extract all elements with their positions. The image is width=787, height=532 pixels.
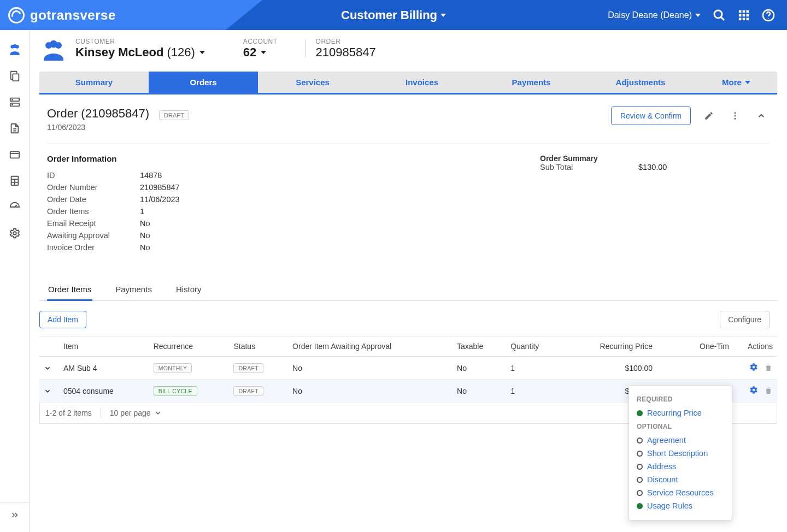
col-item[interactable]: Item [59,336,149,357]
divider [101,408,101,418]
col-quantity[interactable]: Quantity [506,336,563,357]
subtab-payments[interactable]: Payments [114,279,153,300]
order-summary-heading: Order Summary [540,154,770,163]
svg-rect-8 [739,17,742,20]
order-info-row: Order Information ID14878 Order Number21… [39,144,777,252]
breadcrumb-order: ORDER 210985847 [305,38,387,60]
cell-qty: 1 [506,380,563,403]
expand-row-icon[interactable] [39,357,59,380]
status-dot-filled-icon [637,503,643,509]
row-settings-icon[interactable] [749,385,759,395]
svg-rect-23 [10,152,19,158]
col-await[interactable]: Order Item Awaiting Approval [288,336,453,357]
popover-label: Discount [647,475,678,484]
info-value: 11/06/2023 [140,195,540,204]
caret-down-icon [745,81,750,84]
svg-rect-3 [743,10,745,13]
sidebar-item-copy[interactable] [4,64,26,88]
popover-item-service-resources[interactable]: Service Resources [637,486,724,499]
expand-row-icon[interactable] [39,380,59,403]
svg-point-38 [753,389,755,392]
per-page-label: 10 per page [110,409,151,417]
col-onetime[interactable]: One-Tim [657,336,733,357]
tab-more[interactable]: More [695,72,777,93]
sidebar-item-dashboard[interactable] [4,195,26,219]
tab-summary[interactable]: Summary [39,72,149,93]
collapse-icon[interactable] [753,108,770,124]
breadcrumb-customer[interactable]: CUSTOMER Kinsey McLeod (126) [39,38,216,64]
popover-item-recurring-price[interactable]: Recurring Price [637,406,724,419]
popover-optional-heading: OPTIONAL [637,423,724,430]
table-row: AM Sub 4 MONTHLY DRAFT No No 1 $100.00 [39,357,777,380]
add-item-button[interactable]: Add Item [39,311,86,328]
cell-recurring: $100.00 [563,357,657,380]
apps-grid-icon[interactable] [738,9,750,21]
sidebar-item-settings[interactable] [4,221,26,245]
status-dot-empty-icon [637,477,643,483]
tab-services[interactable]: Services [258,72,367,93]
order-title: Order (210985847) [47,107,149,120]
row-delete-icon[interactable] [764,363,773,372]
sidebar-collapse-toggle[interactable] [0,503,29,527]
subtab-order-items[interactable]: Order Items [47,279,92,301]
customer-id: (126) [167,45,195,60]
help-icon[interactable] [762,9,775,22]
per-page-selector[interactable]: 10 per page [110,409,162,417]
col-taxable[interactable]: Taxable [453,336,506,357]
popover-item-discount[interactable]: Discount [637,473,724,486]
popover-item-short-description[interactable]: Short Description [637,447,724,460]
edit-icon[interactable] [701,108,717,124]
tab-orders[interactable]: Orders [149,72,258,93]
customer-label: CUSTOMER [75,38,205,45]
sidebar-item-card[interactable] [4,143,26,167]
subtotal-value: $130.00 [638,163,770,172]
breadcrumb: CUSTOMER Kinsey McLeod (126) ACCOUNT 62 … [39,30,777,72]
col-recurring-price[interactable]: Recurring Price [563,336,657,357]
sidebar-item-servers[interactable] [4,90,26,114]
info-value: No [140,243,540,252]
tab-adjustments[interactable]: Adjustments [586,72,695,93]
popover-label: Address [647,462,676,471]
row-delete-icon[interactable] [764,386,773,395]
account-label: ACCOUNT [243,38,278,45]
search-icon[interactable] [713,9,726,22]
info-label: ID [47,171,140,180]
info-label: Order Number [47,183,140,192]
brand[interactable]: gotransverse [0,0,116,30]
popover-item-agreement[interactable]: Agreement [637,434,724,447]
breadcrumb-account[interactable]: ACCOUNT 62 [232,38,289,60]
sidebar-item-document[interactable] [4,116,26,140]
info-value: 210985847 [140,183,540,192]
svg-rect-2 [739,10,742,13]
cell-await: No [288,380,453,403]
more-vert-icon[interactable] [727,108,743,124]
popover-label: Service Resources [647,488,714,497]
order-date: 11/06/2023 [47,123,189,132]
status-dot-empty-icon [637,490,643,496]
sidebar-item-customers[interactable] [4,38,26,62]
tab-payments[interactable]: Payments [477,72,586,93]
svg-rect-16 [13,74,19,81]
popover-item-usage-rules[interactable]: Usage Rules [637,499,724,512]
app-title-dropdown[interactable]: Customer Billing [341,8,446,22]
pagination-count: 1-2 of 2 items [45,409,92,417]
order-information: Order Information ID14878 Order Number21… [47,154,540,252]
popover-item-address[interactable]: Address [637,460,724,473]
col-recurrence[interactable]: Recurrence [149,336,230,357]
tab-invoices[interactable]: Invoices [367,72,477,93]
subtab-history[interactable]: History [175,279,203,300]
account-value: 62 [243,45,256,60]
left-sidebar [0,30,30,532]
cell-await: No [288,357,453,380]
order-info-heading: Order Information [47,154,540,163]
info-value: No [140,231,540,240]
row-settings-icon[interactable] [749,362,759,372]
main-content: CUSTOMER Kinsey McLeod (126) ACCOUNT 62 … [30,30,787,532]
info-label: Order Items [47,207,140,216]
sidebar-item-calculator[interactable] [4,169,26,193]
configure-button[interactable]: Configure [720,311,770,328]
user-menu[interactable]: Daisy Deane (Deane) [608,10,701,20]
col-status[interactable]: Status [229,336,288,357]
review-confirm-button[interactable]: Review & Confirm [611,107,691,125]
cell-onetime [657,357,733,380]
